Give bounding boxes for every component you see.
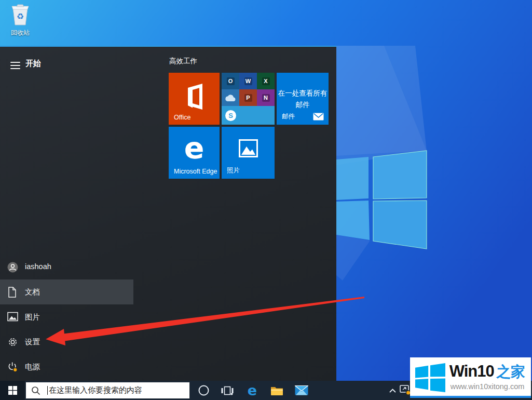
tray-notification-badge	[406, 391, 410, 395]
sidebar-item-pictures[interactable]: 图片	[0, 304, 133, 329]
watermark-url: www.win10xitong.com	[448, 382, 526, 391]
search-placeholder: 在这里输入你要搜索的内容	[49, 385, 142, 395]
sidebar-item-settings[interactable]: 设置	[0, 329, 133, 354]
mail-button[interactable]	[290, 381, 313, 400]
watermark-suffix: 之家	[496, 364, 525, 380]
tile-office-apps-group[interactable]: O W X P N S	[222, 73, 275, 125]
tile-skype[interactable]: S	[222, 106, 275, 125]
envelope-icon	[313, 113, 324, 121]
tile-label: Microsoft Edge	[174, 168, 217, 175]
sidebar-item-documents[interactable]: 文档	[0, 279, 133, 304]
taskbar-edge-button[interactable]: e	[241, 381, 264, 400]
document-icon	[7, 287, 17, 298]
hamburger-menu-icon[interactable]	[6, 58, 24, 73]
tile-label: 照片	[227, 166, 240, 175]
task-view-button[interactable]	[216, 381, 239, 400]
file-explorer-button[interactable]	[265, 381, 288, 400]
windows-logo-icon	[8, 386, 17, 395]
tile-photos[interactable]: 照片	[222, 127, 275, 179]
onenote-icon: N	[262, 94, 270, 102]
cortana-icon	[198, 385, 209, 396]
tray-show-hidden-icons-button[interactable]	[386, 381, 399, 400]
chevron-up-icon	[389, 389, 396, 393]
sidebar-item-power[interactable]: 电源	[0, 354, 133, 379]
edge-icon: e	[248, 382, 257, 398]
photos-icon	[239, 139, 258, 157]
search-icon	[31, 386, 40, 395]
tile-mail[interactable]: 在一处查看所有邮件 邮件	[277, 73, 329, 125]
tile-outlook[interactable]: O	[222, 73, 239, 89]
start-menu: 开始 iashoah 文档 图片	[0, 46, 336, 381]
power-icon	[7, 362, 18, 372]
gear-icon	[7, 337, 18, 348]
task-view-icon	[221, 386, 234, 395]
watermark-brand: Win10	[449, 362, 494, 380]
excel-icon: X	[262, 77, 270, 85]
outlook-icon: O	[227, 77, 235, 85]
pictures-icon	[7, 312, 18, 322]
tile-group-title: 高效工作	[169, 57, 197, 66]
sidebar-item-label: 电源	[25, 362, 40, 372]
skype-icon: S	[225, 110, 236, 121]
tile-office[interactable]: Office	[169, 73, 220, 125]
cloud-icon	[224, 94, 237, 102]
powerpoint-icon: P	[244, 94, 252, 102]
tile-label: 邮件	[282, 112, 295, 121]
sidebar-item-label: iashoah	[25, 262, 51, 271]
win10-zhijia-watermark: Win10 之家 www.win10xitong.com	[410, 357, 531, 398]
start-button[interactable]	[0, 381, 25, 400]
tile-word[interactable]: W	[239, 73, 257, 89]
desktop-icon-recycle-bin[interactable]: ♻ 回收站	[6, 3, 35, 37]
edge-icon: e	[169, 131, 220, 165]
tile-label: Office	[174, 114, 190, 121]
power-update-badge	[13, 368, 18, 372]
sidebar-item-label: 文档	[25, 287, 40, 297]
sidebar-item-user[interactable]: iashoah	[0, 255, 133, 279]
svg-text:♻: ♻	[17, 12, 24, 21]
cortana-button[interactable]	[192, 381, 215, 400]
recycle-bin-label: 回收站	[6, 29, 35, 37]
start-menu-title: 开始	[25, 59, 41, 69]
word-icon: W	[244, 77, 252, 85]
mail-icon	[295, 385, 308, 395]
sidebar-item-label: 图片	[25, 312, 40, 322]
tile-powerpoint[interactable]: P	[239, 89, 257, 106]
windows-flag-logo	[415, 362, 445, 393]
text-cursor	[47, 386, 48, 395]
file-explorer-icon	[270, 385, 283, 396]
tile-onenote[interactable]: N	[257, 89, 275, 106]
mail-tile-headline: 在一处查看所有邮件	[278, 88, 328, 111]
tile-edge[interactable]: e Microsoft Edge	[169, 127, 220, 179]
user-avatar-icon	[7, 262, 18, 273]
desktop: ♻ 回收站 开始 iashoah 文档	[0, 0, 532, 400]
recycle-bin-icon: ♻	[9, 3, 31, 26]
sidebar-item-label: 设置	[25, 337, 40, 347]
tile-onedrive[interactable]	[222, 89, 239, 106]
watermark-title: Win10 之家	[448, 362, 526, 382]
taskbar-search-input[interactable]: 在这里输入你要搜索的内容	[25, 382, 190, 399]
office-icon	[183, 82, 206, 111]
tile-excel[interactable]: X	[257, 73, 275, 89]
